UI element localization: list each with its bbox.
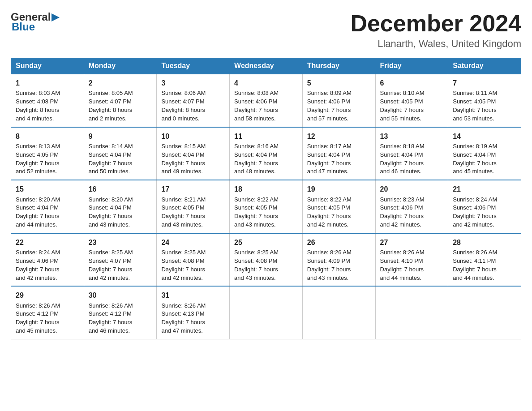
day-info-line: and 42 minutes.	[380, 221, 444, 229]
calendar-cell: 19Sunrise: 8:22 AMSunset: 4:05 PMDayligh…	[302, 180, 375, 233]
calendar-cell: 26Sunrise: 8:26 AMSunset: 4:09 PMDayligh…	[302, 233, 375, 287]
day-info-line: and 50 minutes.	[89, 167, 152, 176]
calendar-cell: 27Sunrise: 8:26 AMSunset: 4:10 PMDayligh…	[375, 233, 448, 287]
day-info-line: Sunset: 4:12 PM	[89, 310, 152, 318]
calendar-cell: 12Sunrise: 8:17 AMSunset: 4:04 PMDayligh…	[302, 127, 375, 180]
day-info-line: Daylight: 7 hours	[234, 106, 298, 115]
day-number: 31	[161, 290, 225, 300]
day-info-line: Sunrise: 8:05 AM	[89, 89, 152, 98]
day-info-line: and 42 minutes.	[161, 274, 225, 283]
calendar-cell	[375, 286, 448, 339]
day-info-line: Daylight: 7 hours	[161, 265, 225, 274]
day-number: 28	[453, 237, 516, 248]
day-info-line: Daylight: 7 hours	[380, 159, 444, 168]
day-info-line: and 47 minutes.	[307, 167, 371, 176]
day-info-line: Daylight: 7 hours	[16, 212, 79, 221]
day-info-line: Daylight: 7 hours	[16, 265, 79, 274]
calendar-cell: 18Sunrise: 8:22 AMSunset: 4:05 PMDayligh…	[230, 180, 303, 233]
day-number: 2	[89, 78, 152, 88]
header-wednesday: Wednesday	[230, 58, 303, 74]
calendar-cell: 20Sunrise: 8:23 AMSunset: 4:06 PMDayligh…	[375, 180, 448, 233]
day-info-line: Sunset: 4:04 PM	[89, 151, 152, 159]
day-info-line: Sunset: 4:07 PM	[89, 98, 152, 106]
week-row-5: 29Sunrise: 8:26 AMSunset: 4:12 PMDayligh…	[11, 286, 521, 339]
calendar-cell: 23Sunrise: 8:25 AMSunset: 4:07 PMDayligh…	[84, 233, 157, 287]
day-info-line: Sunrise: 8:10 AM	[380, 89, 444, 98]
calendar-cell: 11Sunrise: 8:16 AMSunset: 4:04 PMDayligh…	[230, 127, 303, 180]
calendar-cell: 16Sunrise: 8:20 AMSunset: 4:04 PMDayligh…	[84, 180, 157, 233]
day-info-line: Daylight: 7 hours	[380, 265, 444, 274]
title-block: December 2024 Llanarth, Wales, United Ki…	[350, 11, 521, 50]
day-number: 25	[234, 237, 298, 248]
day-info-line: Sunset: 4:04 PM	[453, 151, 516, 159]
day-number: 10	[161, 131, 225, 141]
day-info-line: Daylight: 7 hours	[89, 265, 152, 274]
day-number: 27	[380, 237, 444, 248]
day-number: 17	[161, 184, 225, 194]
day-info-line: and 44 minutes.	[380, 274, 444, 283]
day-info-line: Daylight: 7 hours	[380, 212, 444, 221]
day-info-line: Sunrise: 8:13 AM	[16, 142, 79, 151]
calendar-cell: 3Sunrise: 8:06 AMSunset: 4:07 PMDaylight…	[157, 74, 230, 127]
day-info-line: Sunset: 4:13 PM	[161, 310, 225, 318]
day-info-line: and 47 minutes.	[161, 327, 225, 335]
day-number: 20	[380, 184, 444, 194]
header-sunday: Sunday	[11, 58, 84, 74]
day-info-line: Sunset: 4:12 PM	[16, 310, 79, 318]
day-info-line: Sunset: 4:05 PM	[380, 98, 444, 106]
day-number: 8	[16, 131, 79, 141]
day-info-line: Sunset: 4:04 PM	[161, 151, 225, 159]
calendar-cell: 21Sunrise: 8:24 AMSunset: 4:06 PMDayligh…	[448, 180, 521, 233]
day-info-line: Sunrise: 8:03 AM	[16, 89, 79, 98]
calendar-cell: 1Sunrise: 8:03 AMSunset: 4:08 PMDaylight…	[11, 74, 84, 127]
week-row-1: 1Sunrise: 8:03 AMSunset: 4:08 PMDaylight…	[11, 74, 521, 127]
day-info-line: Sunrise: 8:19 AM	[453, 142, 516, 151]
day-info-line: Sunrise: 8:26 AM	[89, 302, 152, 310]
day-info-line: and 42 minutes.	[89, 274, 152, 283]
day-info-line: Sunset: 4:06 PM	[307, 98, 371, 106]
day-info-line: Sunrise: 8:26 AM	[307, 248, 371, 257]
page-header: General Blue December 2024 Llanarth, Wal…	[11, 11, 521, 50]
header-friday: Friday	[375, 58, 448, 74]
day-info-line: Sunset: 4:07 PM	[161, 98, 225, 106]
day-info-line: Sunrise: 8:16 AM	[234, 142, 298, 151]
day-info-line: Sunset: 4:06 PM	[453, 204, 516, 212]
day-info-line: Sunrise: 8:11 AM	[453, 89, 516, 98]
day-info-line: Sunset: 4:04 PM	[16, 204, 79, 212]
day-number: 4	[234, 78, 298, 88]
day-info-line: Sunrise: 8:20 AM	[89, 196, 152, 204]
day-info-line: Daylight: 7 hours	[307, 106, 371, 115]
day-number: 26	[307, 237, 371, 248]
day-info-line: Sunrise: 8:21 AM	[161, 196, 225, 204]
day-info-line: and 43 minutes.	[234, 221, 298, 229]
header-saturday: Saturday	[448, 58, 521, 74]
day-info-line: Daylight: 8 hours	[161, 106, 225, 115]
day-info-line: Sunrise: 8:24 AM	[16, 248, 79, 257]
calendar-cell: 9Sunrise: 8:14 AMSunset: 4:04 PMDaylight…	[84, 127, 157, 180]
day-info-line: Sunrise: 8:09 AM	[307, 89, 371, 98]
day-info-line: Sunset: 4:08 PM	[161, 257, 225, 265]
day-info-line: Daylight: 7 hours	[89, 318, 152, 327]
day-info-line: and 45 minutes.	[453, 167, 516, 176]
day-info-line: Daylight: 7 hours	[234, 212, 298, 221]
day-number: 3	[161, 78, 225, 88]
calendar-cell	[230, 286, 303, 339]
day-info-line: and 44 minutes.	[16, 221, 79, 229]
day-info-line: Sunset: 4:09 PM	[307, 257, 371, 265]
header-monday: Monday	[84, 58, 157, 74]
week-row-2: 8Sunrise: 8:13 AMSunset: 4:05 PMDaylight…	[11, 127, 521, 180]
day-info-line: Sunset: 4:04 PM	[234, 151, 298, 159]
day-info-line: Sunrise: 8:25 AM	[161, 248, 225, 257]
calendar-cell: 7Sunrise: 8:11 AMSunset: 4:05 PMDaylight…	[448, 74, 521, 127]
day-info-line: and 4 minutes.	[16, 115, 79, 123]
day-info-line: Sunset: 4:04 PM	[380, 151, 444, 159]
day-info-line: Daylight: 7 hours	[453, 212, 516, 221]
day-info-line: Daylight: 7 hours	[89, 212, 152, 221]
day-info-line: Daylight: 7 hours	[161, 318, 225, 327]
day-info-line: and 43 minutes.	[307, 274, 371, 283]
day-info-line: Daylight: 7 hours	[89, 159, 152, 168]
day-info-line: Sunset: 4:06 PM	[234, 98, 298, 106]
day-number: 6	[380, 78, 444, 88]
calendar-cell: 22Sunrise: 8:24 AMSunset: 4:06 PMDayligh…	[11, 233, 84, 287]
calendar-cell	[302, 286, 375, 339]
